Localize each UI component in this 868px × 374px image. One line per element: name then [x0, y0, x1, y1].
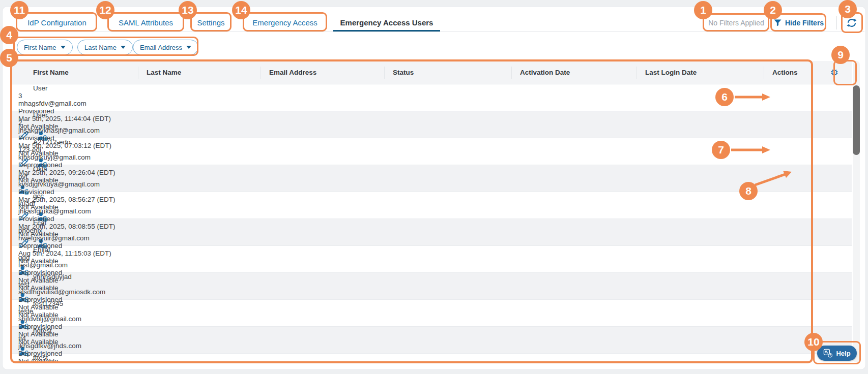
cell-email: jhsakgfvkhasjf@gmail.com — [10, 127, 852, 134]
column-header-status[interactable]: Status — [385, 67, 512, 79]
cell-last-name: pvt — [10, 173, 852, 180]
cell-first-name: Ehljaf — [10, 246, 852, 254]
table-row: Oklapvtkysdjgfvkuya@gmaqil.comProvisione… — [10, 165, 852, 192]
filter-chip-label: Email Address — [140, 44, 182, 51]
tab-label: Emergency Access — [252, 18, 317, 27]
hide-filters-label: Hide Filters — [785, 19, 824, 27]
help-icon: ? — [823, 349, 833, 358]
callout-circle-11: 11 — [10, 1, 28, 19]
cell-first-name: hgtest — [10, 327, 852, 334]
tab-label: Settings — [197, 18, 224, 27]
callout-circle-4: 4 — [0, 26, 18, 44]
callout-circle-5: 5 — [0, 49, 18, 67]
tab-emergency-access-users[interactable]: Emergency Access Users — [333, 13, 440, 32]
filters-status-label: No Filters Applied — [704, 14, 768, 31]
help-label: Help — [836, 350, 850, 357]
cell-first-name: test12345 — [10, 300, 852, 307]
callout-circle-8: 8 — [739, 182, 758, 200]
table-row: hgtesttt4jkhsgdfkv@jhds.comDeprovisioned… — [10, 327, 852, 354]
filter-funnel-icon — [774, 19, 782, 26]
refresh-icon — [846, 17, 857, 28]
callout-circle-12: 12 — [96, 1, 114, 19]
callout-circle-3: 3 — [838, 0, 857, 18]
help-button[interactable]: ? Help — [817, 346, 857, 361]
tab-saml-attributes[interactable]: SAML Attributes — [108, 13, 183, 32]
callout-circle-10: 10 — [804, 333, 823, 351]
cell-first-name: yhhhsduyjad — [10, 273, 852, 280]
table-header-row: First NameLast NameEmail AddressStatusAc… — [10, 61, 852, 84]
cell-last-name: phoenix — [10, 227, 852, 234]
table-row: tttestgrpadjhfbhjv@jhsbd.comDeprovisione… — [10, 354, 852, 362]
cell-email: alsdfhgvulisd@gmiosdk.com — [10, 288, 852, 296]
cell-last-name: test — [10, 280, 852, 288]
cell-first-name: User — [10, 111, 852, 119]
table-row: Ehljafgggtest@gmail.comDeprovisionedNot … — [10, 246, 852, 273]
cell-email: kysdjgfvkuya@gmaqil.com — [10, 180, 852, 188]
toolbar-divider — [836, 16, 836, 29]
chevron-down-icon — [121, 46, 126, 49]
callout-circle-2: 2 — [764, 1, 782, 19]
callout-circle-13: 13 — [179, 1, 197, 19]
cell-last-name: 2 — [10, 119, 852, 127]
table-row: gcckuadfjhkasfgiuka@gmail.comProvisioned… — [10, 192, 852, 219]
column-header-last-login-date[interactable]: Last Login Date — [637, 67, 764, 79]
cell-last-name: grp — [10, 361, 852, 362]
tab-label: Emergency Access Users — [340, 18, 433, 27]
svg-text:?: ? — [829, 353, 831, 357]
hide-filters-button[interactable]: Hide Filters — [772, 14, 825, 31]
tabbar-divider — [3, 32, 864, 32]
table-row: test12345testeshjfdvblj@gmail.comDeprovi… — [10, 300, 852, 327]
cell-email: test@gmail.com — [10, 261, 852, 269]
tab-settings[interactable]: Settings — [191, 13, 230, 32]
chevron-down-icon — [186, 46, 191, 49]
filter-chip-label: First Name — [24, 44, 56, 51]
cell-first-name: Fcat — [10, 219, 852, 227]
cell-last-name: teste — [10, 307, 852, 315]
cell-email: shjfdvblj@gmail.com — [10, 315, 852, 323]
emergency-access-users-page: IdP ConfigurationSAML AttributesSettings… — [0, 0, 868, 374]
column-settings-gear-icon[interactable]: ⚙ — [830, 68, 838, 77]
callout-circle-7: 7 — [712, 141, 730, 159]
cell-first-name: tttest — [10, 354, 852, 361]
filter-chip-first-name[interactable]: First Name — [17, 40, 73, 55]
cell-last-name: kuadf — [10, 200, 852, 207]
tab-label: SAML Attributes — [119, 18, 173, 27]
callout-circle-1: 1 — [694, 1, 712, 19]
table-settings-cell: ⚙ — [812, 67, 852, 79]
tab-idp-configuration[interactable]: IdP Configuration — [17, 13, 97, 32]
cell-last-name: ggg — [10, 254, 852, 261]
emergency-access-users-table: First NameLast NameEmail AddressStatusAc… — [10, 61, 852, 362]
vertical-scrollbar-thumb[interactable] — [853, 85, 860, 155]
column-header-email-address[interactable]: Email Address — [261, 67, 385, 79]
table-row: Fcatphoenixhwefgsyuir@gmail.comDeprovisi… — [10, 219, 852, 246]
callout-circle-14: 14 — [232, 1, 250, 19]
column-header-first-name[interactable]: First Name — [10, 67, 138, 79]
column-header-actions[interactable]: Actions — [764, 67, 812, 79]
cell-email: hwefgsyuir@gmail.com — [10, 234, 852, 242]
filter-chip-last-name[interactable]: Last Name — [77, 40, 133, 55]
chevron-down-icon — [61, 46, 66, 49]
tab-label: IdP Configuration — [27, 18, 86, 27]
cell-last-name: tt4 — [10, 334, 852, 342]
column-header-activation-date[interactable]: Activation Date — [512, 67, 637, 79]
cell-email: jkhsgdfkv@jhds.com — [10, 342, 852, 350]
table-row: yhhhsduyjadtestalsdfhgvulisd@gmiosdk.com… — [10, 273, 852, 300]
callout-circle-6: 6 — [715, 88, 734, 106]
tab-emergency-access[interactable]: Emergency Access — [244, 13, 326, 32]
callout-circle-9: 9 — [831, 46, 850, 64]
table-row: User2jhsakgfvkhasjf@gmail.comProvisioned… — [10, 111, 852, 138]
cell-email: jhkasfgiuka@gmail.com — [10, 207, 852, 215]
cell-first-name: Okla — [10, 165, 852, 173]
cell-first-name: gcc — [10, 192, 852, 200]
column-header-last-name[interactable]: Last Name — [138, 67, 261, 79]
filter-chip-email-address[interactable]: Email Address — [133, 40, 198, 55]
filter-chip-label: Last Name — [84, 44, 117, 51]
